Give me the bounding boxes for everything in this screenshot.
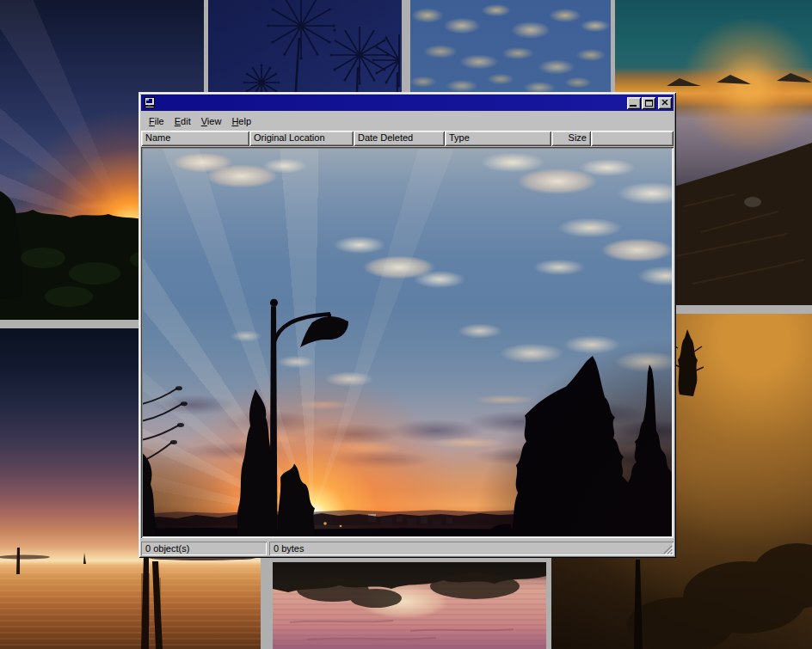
close-button[interactable] <box>658 97 672 109</box>
close-icon <box>661 100 668 106</box>
minimize-button[interactable] <box>627 97 641 109</box>
status-bar: 0 object(s) 0 bytes <box>141 538 674 555</box>
resize-grip[interactable] <box>662 544 673 554</box>
column-header-size[interactable]: Size <box>551 131 591 146</box>
maximize-button[interactable] <box>642 97 655 109</box>
window-titlebar[interactable] <box>141 95 674 111</box>
status-object-count: 0 object(s) <box>141 542 267 555</box>
column-header-type[interactable]: Type <box>445 131 551 146</box>
maximize-icon <box>645 100 653 107</box>
photo-vignette <box>143 149 672 536</box>
reflection-silhouette <box>273 562 546 649</box>
menu-view[interactable]: View <box>196 113 227 129</box>
menu-help[interactable]: Help <box>226 113 256 129</box>
column-header-name[interactable]: Name <box>141 131 249 146</box>
list-view-area[interactable] <box>141 147 674 538</box>
list-view-background <box>143 149 672 536</box>
recycle-bin-window: File Edit View Help Name Original Locati… <box>138 92 676 558</box>
list-column-headers: Name Original Location Date Deleted Type… <box>141 131 674 147</box>
collage-gutter <box>546 562 551 649</box>
status-size: 0 bytes <box>269 542 674 555</box>
column-header-original-location[interactable]: Original Location <box>249 131 354 146</box>
column-header-filler <box>591 131 674 146</box>
wallpaper-photo-water-reflection <box>273 562 546 649</box>
menu-bar: File Edit View Help <box>141 111 674 131</box>
computer-icon[interactable] <box>144 97 156 108</box>
menu-file[interactable]: File <box>144 113 169 129</box>
menu-edit[interactable]: Edit <box>169 113 196 129</box>
minimize-icon <box>630 105 637 107</box>
column-header-date-deleted[interactable]: Date Deleted <box>354 131 445 146</box>
